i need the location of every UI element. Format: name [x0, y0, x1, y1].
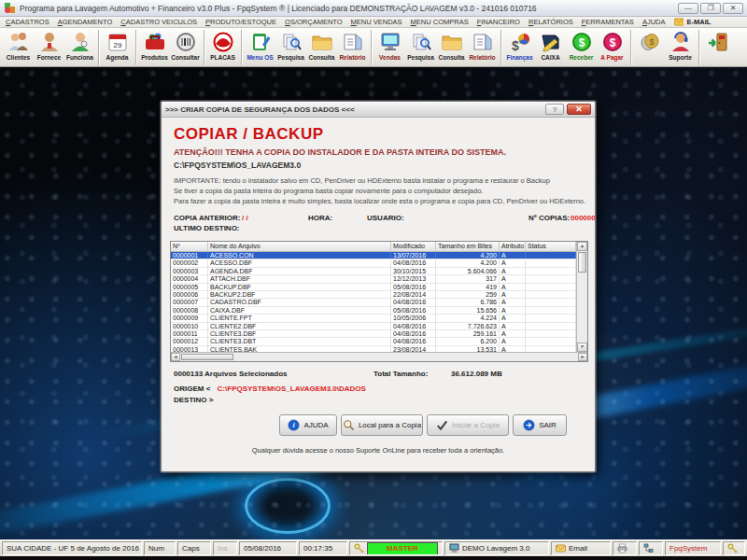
table-row-acesso-con[interactable]: 0000001ACESSO.CON13/07/20164.200A	[171, 252, 576, 259]
scroll-up-icon[interactable]: ▲	[577, 242, 587, 251]
scroll-down-icon[interactable]: ▼	[577, 343, 587, 352]
exit-icon	[706, 31, 730, 53]
table-cell: ATTACH.DBF	[208, 275, 391, 282]
info-line-1: IMPORTANTE: tendo o instalador salvo em …	[174, 175, 585, 186]
toolbar-button-consultar[interactable]: Consultar	[170, 29, 201, 66]
dialog-button-local-para-a-copia[interactable]: Local para a Copia	[341, 414, 423, 436]
toolbar-separator	[698, 30, 699, 65]
toolbar-button-label: Receber	[570, 54, 594, 61]
toolbar-button-pesquisa[interactable]: Pesquisa	[275, 29, 306, 66]
status-system-name: DEMO Lavagem 3.0	[444, 541, 549, 555]
vertical-scrollbar[interactable]: ▲ ▼	[576, 242, 587, 352]
toolbar-button-relat-rio[interactable]: Relatório	[467, 29, 498, 66]
toolbar-button-relat-rio[interactable]: Relatório	[337, 29, 368, 66]
table-row-cliente2-dbf[interactable]: 0000010CLIENTE2.DBF04/08/20167.726.623A	[171, 323, 576, 330]
table-row-cliente-fpt[interactable]: 0000009CLIENTE.FPT10/05/20064.224A	[171, 315, 576, 322]
toolbar-button-a-pagar[interactable]: $A Pagar	[597, 29, 627, 66]
table-row-caixa-dbf[interactable]: 0000008CAIXA.DBF05/08/201615.656A	[171, 307, 576, 315]
toolbar-button-menu-os[interactable]: Menu OS	[245, 29, 275, 66]
table-row-acesso-dbf[interactable]: 0000002ACESSO.DBF04/08/20164.200A	[171, 259, 576, 267]
menu-item-ajuda[interactable]: AJUDA	[642, 18, 666, 26]
column-header-nome-do-arquivo[interactable]: Nome do Arquivo	[208, 242, 391, 251]
menu-item-financeiro[interactable]: FINANCEIRO	[477, 18, 520, 26]
toolbar-button-pesquisa[interactable]: Pesquisa	[405, 29, 436, 66]
toolbar-button-finan-as[interactable]: $Finanças	[504, 29, 535, 66]
employee-icon	[68, 31, 92, 53]
toolbar-button-label: Menu OS	[247, 54, 273, 61]
svg-text:$: $	[578, 35, 585, 49]
menu-item-relat-rios[interactable]: RELATÓRIOS	[529, 18, 573, 26]
origem-path: C:\FPQSYSTEM\OS_LAVAGEM3.0\DADOS	[218, 385, 366, 393]
horizontal-scrollbar[interactable]: ◄ ►	[171, 352, 587, 361]
menu-item-cadastros[interactable]: CADASTROS	[6, 18, 49, 26]
toolbar-button-coin[interactable]: $	[634, 29, 665, 66]
dialog-footer-note: Qualquer dúvida acesse o nosso Suporte O…	[162, 446, 595, 455]
minimize-button[interactable]: —	[678, 3, 698, 14]
table-row-backup-dbf[interactable]: 0000005BACKUP.DBF05/08/2016419A	[171, 284, 576, 291]
key-icon	[354, 543, 364, 553]
status-user-text: MASTER	[367, 542, 438, 555]
toolbar-button-produtos[interactable]: Produtos	[139, 29, 170, 66]
info-line-3: Para fazer a copia da pasta inteira é mu…	[174, 196, 585, 206]
toolbar-button-consulta[interactable]: Consulta	[436, 29, 467, 66]
toolbar-button-vendas[interactable]: Vendas	[374, 29, 405, 66]
toolbar-button-agenda[interactable]: 29Agenda	[102, 29, 133, 66]
table-row-backup2-dbf[interactable]: 0000006BACKUP2.DBF22/08/2014259A	[171, 291, 576, 299]
clients-icon	[7, 31, 31, 53]
menu-item-menu-compras[interactable]: MENU COMPRAS	[411, 18, 469, 26]
table-cell: 0000008	[171, 307, 208, 314]
toolbar-button-caixa[interactable]: CAIXA	[535, 29, 566, 66]
scroll-right-icon[interactable]: ►	[578, 353, 587, 361]
menu-item-os-or-amento[interactable]: OS/ORÇAMENTO	[285, 18, 343, 26]
toolbar-button-placas[interactable]: PLACAS	[207, 29, 238, 66]
toolbar-button-funciona[interactable]: Funciona	[64, 29, 95, 66]
menu-item-ferramentas[interactable]: FERRAMENTAS	[582, 18, 634, 26]
column-header-tamanho-em-bites[interactable]: Tamanho em Bites	[436, 242, 500, 251]
toolbar-button-exit[interactable]	[702, 29, 733, 66]
toolbar-button-consulta[interactable]: Consulta	[306, 29, 337, 66]
dialog-help-button[interactable]: ?	[545, 104, 564, 115]
table-row-attach-dbf[interactable]: 0000004ATTACH.DBF12/12/2013317A	[171, 275, 576, 283]
toolbar-button-suporte[interactable]: Suporte	[665, 29, 696, 66]
email-label: E-MAIL	[687, 18, 712, 26]
table-row-agenda-dbf[interactable]: 0000003AGENDA.DBF30/10/20155.604.066A	[171, 268, 576, 275]
toolbar-button-label: Vendas	[379, 54, 401, 61]
column-header-atributo[interactable]: Atributo	[500, 242, 526, 251]
toolbar-button-label: Funciona	[66, 54, 93, 61]
menu-item-produto-estoque[interactable]: PRODUTO/ESTOQUE	[205, 18, 276, 26]
dialog-button-sair[interactable]: SAIR	[513, 414, 567, 436]
toolbar-button-clientes[interactable]: Clientes	[3, 29, 34, 66]
menu-item-agendamento[interactable]: AGENDAMENTO	[58, 18, 113, 26]
table-cell: 259	[436, 291, 500, 298]
dialog-close-button[interactable]: ✕	[567, 104, 591, 115]
scroll-left-icon[interactable]: ◄	[171, 353, 180, 361]
column-header-n[interactable]: Nº	[171, 242, 208, 251]
toolbar-button-fornece[interactable]: Fornece	[34, 29, 64, 66]
menu-item-cadastro-veiculos[interactable]: CADASTRO VEICULOS	[120, 18, 197, 26]
destino-label: DESTINO >	[174, 396, 213, 404]
status-email-text: Email	[569, 544, 587, 553]
table-row-cliente3-dbt[interactable]: 0000012CLIENTE3.DBT04/08/20166.200A	[171, 338, 576, 345]
dialog-button-iniciar-a-copia[interactable]: Iniciar a Copia	[427, 414, 509, 436]
column-header-status[interactable]: Status	[526, 242, 576, 251]
origem-label: ORIGEM <	[174, 385, 210, 393]
table-cell	[526, 299, 576, 305]
toolbar-button-receber[interactable]: $Receber	[566, 29, 597, 66]
table-row-cadastro-dbf[interactable]: 0000007CADASTRO.DBF04/08/20166.786A	[171, 299, 576, 306]
ultimo-destino-label: ULTIMO DESTINO:	[174, 224, 240, 232]
toolbar-separator	[630, 30, 631, 65]
restore-button[interactable]: ❐	[700, 3, 721, 14]
menu-item-menu-vendas[interactable]: MENU VENDAS	[351, 18, 402, 26]
close-button[interactable]: ✕	[723, 3, 743, 14]
table-row-cliente3-dbf[interactable]: 0000011CLIENTE3.DBF04/08/2016259.161A	[171, 330, 576, 338]
scrollbar-thumb[interactable]	[578, 252, 586, 273]
menu-item-email[interactable]: E-MAIL	[674, 18, 712, 26]
column-header-modificado[interactable]: Modificado	[391, 242, 436, 251]
cashbook-icon	[539, 31, 563, 53]
table-cell: 317	[436, 275, 500, 282]
dialog-button-ajuda[interactable]: iAJUDA	[279, 414, 337, 436]
button-label: Local para a Copia	[359, 421, 421, 429]
hscrollbar-thumb[interactable]	[181, 354, 233, 360]
table-cell: A	[500, 338, 526, 344]
system-path: C:\FPQSYSTEM\OS_LAVAGEM3.0	[174, 161, 301, 170]
